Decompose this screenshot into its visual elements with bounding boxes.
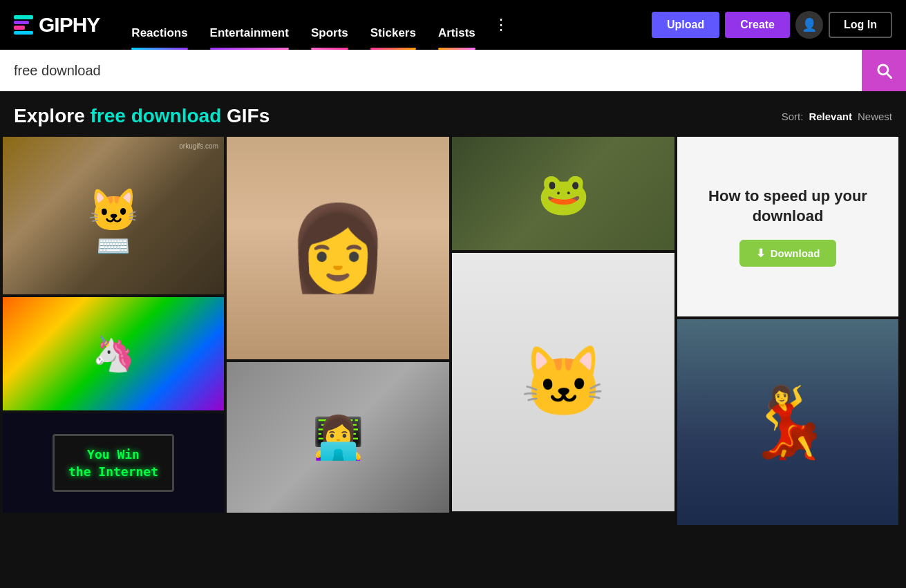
main-nav: Reactions Entertainment Sports Stickers … xyxy=(120,0,645,50)
gif-item[interactable] xyxy=(677,319,898,525)
create-button[interactable]: Create xyxy=(725,12,790,38)
woman-image xyxy=(227,137,449,359)
reactions-underline xyxy=(131,48,187,50)
cat-typing-image: orkugifs.com xyxy=(3,137,224,294)
you-win-image: You Winthe Internet xyxy=(3,413,224,513)
logo[interactable]: GIPHY xyxy=(14,13,100,37)
sports-underline xyxy=(311,48,348,50)
computer-girl-image xyxy=(227,362,449,513)
gif-item[interactable]: orkugifs.com xyxy=(3,137,224,294)
rihanna-image xyxy=(677,319,898,525)
logo-icon xyxy=(14,15,33,35)
nav-sports[interactable]: Sports xyxy=(300,0,359,50)
nav-entertainment[interactable]: Entertainment xyxy=(199,0,300,50)
sort-label: Sort: xyxy=(782,111,804,122)
nav-more-button[interactable]: ⋮ xyxy=(487,0,516,50)
gif-item[interactable] xyxy=(227,362,449,513)
login-button[interactable]: Log In xyxy=(829,12,892,38)
logo-text: GIPHY xyxy=(39,13,100,37)
upload-button[interactable]: Upload xyxy=(652,12,719,38)
header: GIPHY Reactions Entertainment Sports Sti… xyxy=(0,0,906,50)
explore-heading-area: Explore free download GIFs Sort: Relevan… xyxy=(0,91,906,137)
nav-artists[interactable]: Artists xyxy=(427,0,487,50)
gif-item[interactable] xyxy=(452,253,674,511)
artists-underline xyxy=(438,48,475,50)
explore-prefix: Explore xyxy=(14,105,90,126)
explore-keyword: free download xyxy=(90,105,221,126)
gif-col-1: orkugifs.com You Winthe Internet xyxy=(3,137,224,525)
watermark: orkugifs.com xyxy=(179,142,218,150)
search-button[interactable] xyxy=(862,50,906,91)
stickers-underline xyxy=(370,48,416,50)
rainbow-image xyxy=(3,297,224,410)
cat-arms-image xyxy=(452,253,674,511)
gif-item[interactable] xyxy=(452,137,674,250)
explore-suffix: GIFs xyxy=(221,105,270,126)
gif-item[interactable] xyxy=(3,297,224,410)
user-icon-button[interactable]: 👤 xyxy=(795,11,823,39)
gif-ad-item[interactable]: How to speed up your download Download xyxy=(677,137,898,316)
search-input[interactable] xyxy=(0,50,862,91)
entertainment-underline xyxy=(210,48,289,50)
kermit-image xyxy=(452,137,674,250)
nav-reactions[interactable]: Reactions xyxy=(120,0,198,50)
search-bar xyxy=(0,50,906,91)
gif-col-2 xyxy=(227,137,449,525)
gif-col-3 xyxy=(452,137,674,525)
gif-col-4: How to speed up your download Download xyxy=(677,137,898,525)
ad-download-button[interactable]: Download xyxy=(739,240,837,267)
ad-image: How to speed up your download Download xyxy=(677,137,898,316)
gif-grid: orkugifs.com You Winthe Internet xyxy=(0,137,906,528)
search-icon xyxy=(874,61,894,80)
sort-relevant[interactable]: Relevant xyxy=(809,111,852,122)
nav-stickers[interactable]: Stickers xyxy=(359,0,427,50)
you-win-text: You Winthe Internet xyxy=(68,446,158,480)
ad-title: How to speed up your download xyxy=(691,187,885,226)
explore-title: Explore free download GIFs xyxy=(14,105,270,127)
sort-controls: Sort: Relevant Newest xyxy=(782,111,892,122)
user-icon: 👤 xyxy=(802,17,817,32)
gif-item[interactable]: You Winthe Internet xyxy=(3,413,224,513)
sort-newest[interactable]: Newest xyxy=(858,111,892,122)
gif-item[interactable] xyxy=(227,137,449,359)
header-actions: Upload Create 👤 Log In xyxy=(652,11,892,39)
